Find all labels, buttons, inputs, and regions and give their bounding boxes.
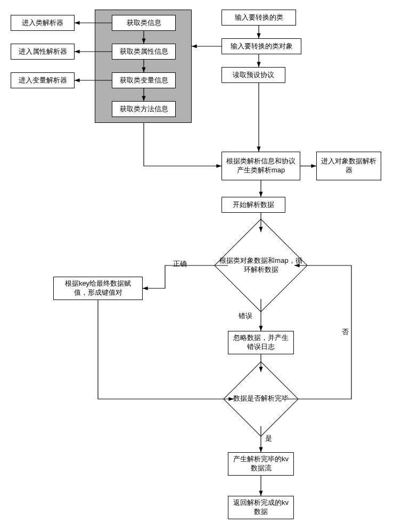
box-assign-kv: 根据key给最终数据赋值，形成键值对 <box>53 277 143 300</box>
label-done-check: 数据是否解析完毕 <box>218 394 303 403</box>
box-get-class-info: 获取类信息 <box>112 15 176 31</box>
box-read-proto: 读取预设协议 <box>221 67 285 83</box>
box-gen-map: 根据类解析信息和协议产生类解析map <box>221 152 300 180</box>
label-loop-parse: 根据类对象数据和map，循环解析数据 <box>218 256 303 275</box>
box-input-class: 输入要转换的类 <box>221 10 296 26</box>
box-ignore-err: 忽略数据，并产生错误日志 <box>228 331 294 354</box>
label-yes: 是 <box>265 434 272 443</box>
box-enter-class-parser: 进入类解析器 <box>11 15 75 31</box>
box-enter-obj-parser: 进入对象数据解析器 <box>316 152 381 180</box>
box-start-parse: 开始解析数据 <box>221 197 285 213</box>
label-correct: 正确 <box>173 259 187 269</box>
box-get-var-info: 获取类变量信息 <box>112 72 176 88</box>
box-get-method-info: 获取类方法信息 <box>112 101 176 117</box>
box-get-attr-info: 获取类属性信息 <box>112 44 176 60</box>
box-enter-var-parser: 进入变量解析器 <box>11 72 75 88</box>
box-input-obj: 输入要转换的类对象 <box>221 38 301 54</box>
label-error: 错误 <box>239 311 252 321</box>
label-no: 否 <box>342 327 349 337</box>
box-gen-kv: 产生解析完毕的kv数据流 <box>228 452 294 476</box>
box-return-kv: 返回解析完成的kv数据 <box>228 496 294 519</box>
box-enter-attr-parser: 进入属性解析器 <box>11 44 75 60</box>
